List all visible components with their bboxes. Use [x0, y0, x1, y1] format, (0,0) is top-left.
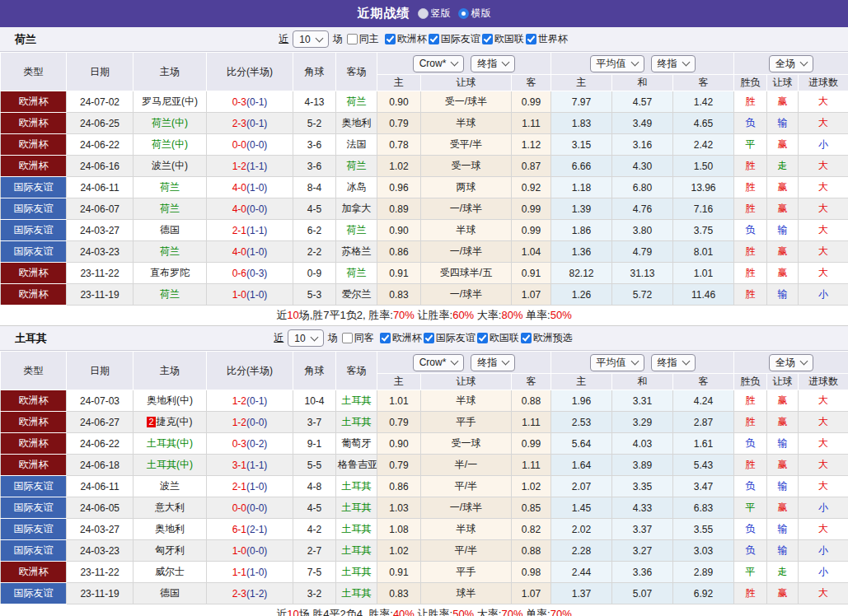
scope-select[interactable]: 全场 [769, 354, 813, 371]
checked-checkbox-icon[interactable] [521, 333, 532, 343]
same-home-filter[interactable]: 同主 [347, 32, 379, 46]
asia-handicap: 一/球半 [421, 241, 512, 263]
asia-home-odds: 0.91 [377, 263, 421, 284]
away-team-name: 奥地利 [342, 117, 372, 128]
same-away-filter[interactable]: 同客 [342, 331, 374, 345]
away-team-name: 葡萄牙 [342, 437, 372, 449]
asia-handicap: 半球 [421, 519, 512, 540]
vertical-layout-radio-group[interactable]: 竖版 [418, 7, 451, 21]
eu-away-odds: 13.96 [673, 177, 734, 198]
fulltime-score: 0-6 [232, 268, 246, 279]
match-row: 国际友谊24-06-11波兰2-1(1-0)4-8土耳其0.86平/半1.022… [1, 476, 848, 497]
euro-odds-time-select[interactable]: 终指 [651, 354, 696, 371]
horizontal-layout-radio-group[interactable]: 横版 [458, 7, 491, 21]
asia-away-odds: 0.85 [512, 497, 551, 519]
asia-handicap: 半球 [421, 220, 512, 241]
eu-draw-odds: 3.29 [612, 412, 673, 433]
date-cell: 24-06-27 [67, 412, 134, 433]
eu-draw-odds: 3.37 [612, 519, 673, 540]
goals-result-cell: 小 [799, 284, 848, 306]
bookmaker-select[interactable]: Crow* [413, 354, 465, 371]
away-cell: 土耳其 [336, 519, 377, 540]
checked-checkbox-icon[interactable] [380, 333, 391, 343]
summary-segment: 近 [276, 608, 287, 616]
league-filter-2[interactable]: 欧国联 [477, 331, 519, 345]
league-cell: 国际友谊 [1, 198, 67, 220]
corner-cell: 6-2 [293, 220, 336, 241]
asia-away-odds: 1.04 [512, 241, 551, 263]
summary-segment: 70% [393, 309, 415, 321]
asia-handicap: 平手 [421, 412, 512, 433]
checked-checkbox-icon[interactable] [477, 333, 488, 343]
league-filter-2[interactable]: 欧国联 [482, 32, 524, 46]
euro-odds-time-select[interactable]: 终指 [651, 55, 696, 72]
asia-away-odds: 0.99 [512, 433, 551, 455]
asia-handicap: 一/球半 [421, 198, 512, 220]
games-label: 场 [328, 331, 338, 345]
col-score: 比分(半场) [207, 53, 293, 91]
date-cell: 24-07-02 [67, 91, 134, 113]
chevron-down-icon [451, 58, 459, 67]
wdl-result-cell: 胜 [734, 455, 767, 476]
result-group: 全场 [734, 53, 848, 75]
league-cell: 国际友谊 [1, 519, 67, 540]
horizontal-radio-icon[interactable] [458, 8, 469, 19]
home-cell: 德国 [134, 583, 207, 604]
checked-checkbox-icon[interactable] [482, 34, 493, 44]
bookmaker-select[interactable]: Crow* [413, 55, 465, 72]
league-filter-0[interactable]: 欧洲杯 [380, 331, 422, 345]
asia-away-odds: 1.07 [512, 284, 551, 306]
checked-checkbox-icon[interactable] [526, 34, 536, 44]
asia-odds-time-select[interactable]: 终指 [471, 55, 515, 72]
vertical-radio-label: 竖版 [431, 7, 451, 21]
col-eu-home: 主 [551, 75, 612, 91]
asia-away-odds: 0.82 [512, 519, 551, 540]
unchecked-checkbox-icon[interactable] [347, 34, 358, 44]
fulltime-score: 1-2 [232, 161, 246, 172]
eu-draw-odds: 4.03 [612, 433, 673, 455]
eu-home-odds: 1.86 [551, 220, 612, 241]
asia-away-odds: 0.91 [512, 263, 551, 284]
away-cell: 土耳其 [336, 476, 377, 497]
league-filter-3[interactable]: 欧洲预选 [521, 331, 573, 345]
league-filter-3[interactable]: 世界杯 [526, 32, 568, 46]
asia-odds-time-select[interactable]: 终指 [471, 354, 515, 371]
away-cell: 加拿大 [336, 198, 377, 220]
goals-result-cell: 大 [799, 519, 848, 540]
chevron-down-icon [310, 333, 318, 341]
checked-checkbox-icon[interactable] [429, 34, 439, 44]
league-filter-0[interactable]: 欧洲杯 [385, 32, 427, 46]
scope-select[interactable]: 全场 [769, 55, 813, 72]
away-cell: 冰岛 [336, 177, 377, 198]
eu-away-odds: 6.92 [673, 583, 734, 604]
handicap-result-cell: 输 [767, 433, 799, 455]
fulltime-score: 1-0 [232, 545, 246, 557]
date-cell: 24-06-11 [67, 177, 134, 198]
fulltime-score: 4-0 [232, 203, 246, 215]
unchecked-checkbox-icon[interactable] [342, 333, 353, 343]
summary-segment: 60% [452, 309, 474, 321]
chevron-down-icon [502, 58, 510, 67]
away-cell: 土耳其 [336, 540, 377, 562]
eu-home-odds: 82.12 [551, 263, 612, 284]
checked-checkbox-icon[interactable] [424, 333, 434, 343]
handicap-result-cell: 赢 [767, 241, 799, 263]
recent-count-select[interactable]: 10 [288, 329, 323, 347]
vertical-radio-icon[interactable] [418, 8, 429, 19]
summary-segment: 单率: [522, 608, 550, 616]
league-cell: 欧洲杯 [1, 284, 67, 306]
league-filter-1[interactable]: 国际友谊 [424, 331, 476, 345]
average-select[interactable]: 平均值 [590, 354, 644, 371]
score-cell: 1-0(0-0) [207, 540, 293, 562]
checked-checkbox-icon[interactable] [385, 34, 396, 44]
halftime-score: (0-1) [246, 118, 267, 129]
away-team-name: 法国 [347, 138, 367, 150]
average-select[interactable]: 平均值 [590, 55, 644, 72]
home-cell: 罗马尼亚(中) [134, 91, 207, 113]
league-filter-1[interactable]: 国际友谊 [429, 32, 480, 46]
goals-result-cell: 大 [799, 455, 848, 476]
goals-result-cell: 小 [799, 540, 848, 562]
goals-result-cell: 大 [799, 433, 848, 455]
fulltime-score: 3-1 [232, 460, 246, 471]
recent-count-select[interactable]: 10 [293, 30, 328, 48]
